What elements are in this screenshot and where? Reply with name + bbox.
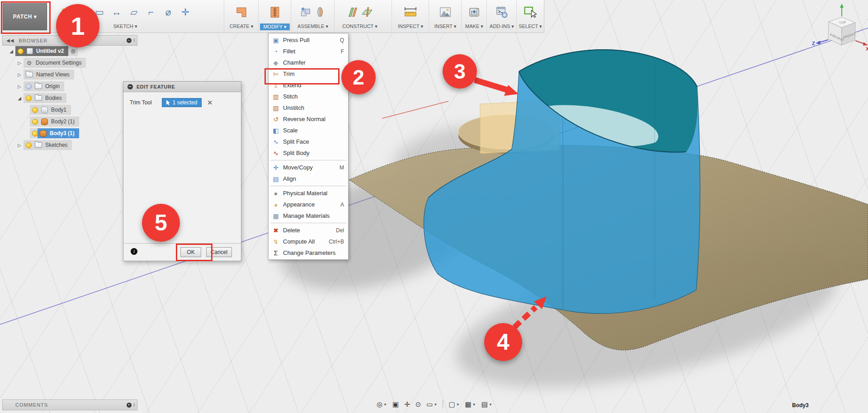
menu-item-manage-materials[interactable]: ▦Manage Materials: [269, 210, 348, 221]
measure-icon[interactable]: [403, 5, 418, 19]
move-copy-icon: ✛: [271, 164, 280, 171]
menu-item-appearance[interactable]: ◕AppearanceA: [269, 199, 348, 210]
browser-resize-grip[interactable]: ‖: [133, 38, 136, 43]
look-at-icon: ▣: [392, 400, 399, 408]
menu-item-extend[interactable]: ⇧Extend: [269, 80, 348, 91]
joint-icon[interactable]: [314, 6, 326, 19]
clear-selection-icon[interactable]: ✕: [207, 99, 212, 106]
menu-item-move-copy[interactable]: ✛Move/CopyM: [269, 162, 348, 173]
sphere-icon[interactable]: ⌀: [160, 5, 176, 20]
tree-row-named-views[interactable]: ▷ Named Views: [16, 70, 86, 80]
construct-toolbar-group: CONSTRUCT ▾: [334, 0, 385, 33]
tab-sketch[interactable]: SKETCH ▾: [113, 23, 137, 29]
menu-item-scale[interactable]: ◧Scale: [269, 125, 348, 136]
tab-add-ins[interactable]: ADD-INS ▾: [490, 23, 514, 29]
orbit-button[interactable]: ◎▼: [374, 400, 389, 409]
menu-item-chamfer[interactable]: ◆Chamfer: [269, 57, 348, 68]
comments-resize-grip[interactable]: ‖: [133, 403, 136, 408]
trim-icon: ✄: [271, 70, 280, 78]
extrude-icon[interactable]: ▱: [126, 5, 142, 20]
create-patch-icon[interactable]: [235, 5, 248, 19]
scripts-addins-icon[interactable]: [495, 5, 509, 19]
menu-item-compute-all[interactable]: ↯Compute AllCtrl+B: [269, 236, 348, 247]
surface-body3-blue[interactable]: [424, 50, 700, 314]
new-component-icon[interactable]: [299, 6, 312, 19]
comments-add-icon[interactable]: +: [127, 403, 132, 408]
zoom-window-button[interactable]: ▭▼: [424, 400, 439, 409]
menu-item-split-face[interactable]: ∿Split Face: [269, 136, 348, 147]
visibility-bulb-icon[interactable]: [32, 131, 38, 136]
comments-header[interactable]: COMMENTS + ‖: [2, 399, 137, 410]
zoom-button[interactable]: ⊙: [413, 400, 424, 409]
menu-item-reverse-normal[interactable]: ↺Reverse Normal: [269, 113, 348, 125]
tree-row-origin[interactable]: ▷ Origin: [16, 81, 86, 91]
menu-item-unstitch[interactable]: ▧Unstitch: [269, 102, 348, 113]
orbit-icon: ◎: [377, 400, 382, 408]
tab-construct[interactable]: CONSTRUCT ▾: [342, 23, 377, 29]
tab-inspect[interactable]: INSPECT ▾: [398, 23, 423, 29]
component-icon: [27, 48, 33, 54]
tree-row-root[interactable]: ◢ Untitled v2 ◎: [8, 46, 86, 56]
cancel-button[interactable]: Cancel: [206, 247, 232, 257]
visibility-bulb-off-icon[interactable]: [26, 84, 32, 89]
info-icon[interactable]: i: [131, 248, 137, 255]
visibility-bulb-icon[interactable]: [26, 95, 32, 101]
viewports-button[interactable]: ▤▼: [479, 400, 495, 409]
activate-component-icon[interactable]: ◎: [71, 48, 75, 54]
visibility-bulb-icon[interactable]: [32, 107, 38, 113]
dialog-titlebar[interactable]: − EDIT FEATURE: [123, 82, 241, 92]
visibility-bulb-icon[interactable]: [18, 48, 24, 54]
menu-item-split-body[interactable]: ∿Split Body: [269, 147, 348, 159]
pan-button[interactable]: ✛: [402, 400, 412, 409]
tree-label: Named Views: [36, 71, 70, 78]
insert-image-icon[interactable]: [439, 5, 452, 19]
modify-stitch-icon[interactable]: [268, 5, 282, 19]
tab-create[interactable]: CREATE ▾: [230, 23, 253, 29]
tree-label: Untitled v2: [36, 48, 64, 54]
sketch-dimension-icon[interactable]: ↔: [109, 5, 124, 20]
tree-row-body1[interactable]: Body1: [30, 105, 86, 115]
offset-plane-icon[interactable]: [346, 6, 359, 19]
tree-row-bodies[interactable]: ◢ Bodies: [16, 93, 86, 103]
tree-row-sketches[interactable]: ▷ Sketches: [16, 140, 86, 150]
menu-item-trim[interactable]: ✄Trim: [269, 68, 348, 80]
workspace-switcher-patch[interactable]: PATCH ▾: [3, 3, 47, 30]
tab-make[interactable]: MAKE ▾: [465, 23, 483, 29]
menu-item-align[interactable]: ▤Align: [269, 173, 348, 184]
grid-settings-button[interactable]: ▦▼: [463, 400, 478, 409]
tab-modify[interactable]: MODIFY ▾: [260, 23, 289, 30]
tab-insert[interactable]: INSERT ▾: [434, 23, 457, 29]
tab-assemble[interactable]: ASSEMBLE ▾: [297, 23, 328, 29]
tree-row-body3-selected[interactable]: Body3 (1): [30, 128, 86, 138]
visibility-bulb-icon[interactable]: [26, 142, 32, 148]
offset-icon[interactable]: ⌐: [143, 5, 159, 20]
select-icon[interactable]: [523, 5, 538, 19]
collapsed-triangle-icon[interactable]: ▷: [16, 143, 23, 148]
menu-item-physical-material[interactable]: ●Physical Material: [269, 188, 348, 199]
browser-minimize-icon[interactable]: −: [127, 38, 132, 43]
3d-print-icon[interactable]: [467, 5, 481, 19]
dialog-collapse-icon[interactable]: −: [127, 84, 133, 89]
menu-item-fillet[interactable]: ◔FilletF: [269, 46, 348, 57]
menu-item-press-pull[interactable]: ▣Press PullQ: [269, 34, 348, 46]
tab-select[interactable]: SELECT ▾: [519, 23, 542, 29]
collapse-browser-icon[interactable]: ◀◀: [6, 38, 14, 43]
tree-row-document-settings[interactable]: ▷ ⚙Document Settings: [16, 58, 86, 68]
look-at-button[interactable]: ▣: [390, 400, 401, 409]
menu-item-delete[interactable]: ✖DeleteDel: [269, 225, 348, 236]
collapsed-triangle-icon[interactable]: ▷: [16, 84, 23, 89]
expanded-triangle-icon[interactable]: ◢: [8, 49, 14, 54]
folder-icon: [35, 84, 42, 89]
collapsed-triangle-icon[interactable]: ▷: [16, 72, 23, 77]
midplane-icon[interactable]: [361, 6, 373, 19]
collapsed-triangle-icon[interactable]: ▷: [16, 61, 23, 66]
expanded-triangle-icon[interactable]: ◢: [16, 96, 23, 101]
ok-button[interactable]: OK: [180, 247, 201, 257]
selection-chip[interactable]: 1 selected: [162, 98, 202, 107]
menu-item-stitch[interactable]: ▥Stitch: [269, 91, 348, 102]
visibility-bulb-icon[interactable]: [32, 119, 38, 125]
menu-item-change-parameters[interactable]: ΣChange Parameters: [269, 247, 348, 258]
tree-row-body2[interactable]: Body2 (1): [30, 117, 86, 127]
display-settings-button[interactable]: ▢▼: [446, 400, 462, 409]
pattern-icon[interactable]: ✛: [178, 5, 193, 20]
